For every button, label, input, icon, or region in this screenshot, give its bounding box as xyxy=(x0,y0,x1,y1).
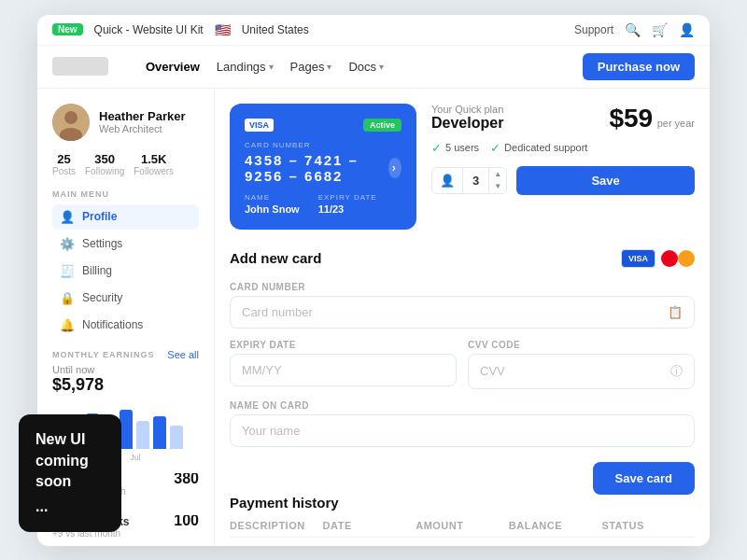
card-next-arrow[interactable]: › xyxy=(388,158,402,178)
expiry-group: EXPIRY DATE MM/YY xyxy=(230,340,457,389)
plan-section: Your Quick plan Developer $59 per year ✓… xyxy=(431,104,695,230)
bar-label-jul: Jul xyxy=(125,453,146,462)
bar-6 xyxy=(136,421,149,449)
new-badge: New xyxy=(52,23,83,35)
sidebar-item-security[interactable]: 🔒 Security xyxy=(52,286,199,311)
purchase-button[interactable]: Purchase now xyxy=(583,53,695,80)
browser-frame: New Quick - Website UI Kit 🇺🇸 United Sta… xyxy=(37,15,710,546)
plan-period: per year xyxy=(657,118,695,129)
chevron-down-icon: ▾ xyxy=(379,62,384,72)
cvv-group: CVV CODE CVV ⓘ xyxy=(468,340,695,389)
site-name: Quick - Website UI Kit xyxy=(94,23,204,36)
card-number-input[interactable]: Card number 📋 xyxy=(230,296,695,329)
user-role: Web Architect xyxy=(99,123,186,134)
check-icon: ✓ xyxy=(431,141,442,155)
active-badge: Active xyxy=(363,119,402,132)
user-stats: 25 Posts 350 Following 1.5K Followers xyxy=(52,152,199,176)
nav-links: Overview Landings ▾ Pages ▾ Docs ▾ xyxy=(146,60,384,74)
bar-5 xyxy=(120,410,133,449)
topbar: New Quick - Website UI Kit 🇺🇸 United Sta… xyxy=(37,15,710,46)
toast-line2: coming xyxy=(35,451,105,471)
sidebar-item-settings[interactable]: ⚙️ Settings xyxy=(52,231,199,257)
add-card-section: Add new card VISA CARD NUMBER Card numbe… xyxy=(230,248,695,447)
col-amount: Amount xyxy=(416,520,509,531)
col-description: Description xyxy=(230,520,323,531)
feature-support: ✓ Dedicated support xyxy=(490,141,587,155)
search-icon[interactable]: 🔍 xyxy=(625,22,641,37)
payment-history-section: Payment history Description Date Amount … xyxy=(230,495,695,538)
svg-point-1 xyxy=(64,111,78,124)
check-icon: ✓ xyxy=(490,141,500,155)
visa-icon: VISA xyxy=(621,249,655,268)
section-header: Add new card VISA xyxy=(230,248,695,269)
bar-8 xyxy=(170,426,183,449)
new-ui-toast: New UI coming soon ... xyxy=(19,414,121,532)
topbar-right: Support 🔍 🛒 👤 xyxy=(574,22,695,37)
add-card-title: Add new card xyxy=(230,250,321,266)
expiry-input[interactable]: MM/YY xyxy=(230,354,457,386)
visa-badge: VISA xyxy=(245,119,274,132)
cvv-input[interactable]: CVV ⓘ xyxy=(468,354,695,389)
sidebar-item-billing[interactable]: 🧾 Billing xyxy=(52,259,199,284)
seats-up-button[interactable]: ▲ xyxy=(489,168,506,180)
table-header: Description Date Amount Balance Status xyxy=(230,520,695,538)
person-icon: 👤 xyxy=(432,168,463,193)
name-input[interactable]: Your name xyxy=(230,414,695,447)
plan-actions: 👤 3 ▲ ▼ Save xyxy=(431,166,695,195)
bar-7 xyxy=(153,416,166,449)
stat-followers: 1.5K Followers xyxy=(134,152,174,176)
menu-title: MAIN MENU xyxy=(52,189,199,199)
flag-icon: 🇺🇸 xyxy=(215,22,231,37)
plan-price: $59 per year xyxy=(609,104,695,133)
stat-following: 350 Following xyxy=(85,152,124,176)
sidebar-item-notifications[interactable]: 🔔 Notifications xyxy=(52,313,199,338)
nav-pages[interactable]: Pages ▾ xyxy=(290,60,332,74)
support-link[interactable]: Support xyxy=(574,23,613,36)
toast-line1: New UI xyxy=(35,429,105,450)
mastercard-icon xyxy=(661,248,695,269)
card-number-group: CARD NUMBER Card number 📋 xyxy=(230,282,695,329)
user-info: Heather Parker Web Architect xyxy=(52,104,199,141)
toast-line3: soon xyxy=(35,471,105,492)
card-number-label: CARD NUMBER xyxy=(230,282,695,292)
nav-docs[interactable]: Docs ▾ xyxy=(348,60,384,74)
stat-posts: 25 Posts xyxy=(52,152,76,176)
cart-icon[interactable]: 🛒 xyxy=(652,22,668,37)
name-group: NAME ON CARD Your name xyxy=(230,400,695,447)
col-balance: Balance xyxy=(509,520,602,531)
sidebar-item-profile[interactable]: 👤 Profile xyxy=(52,204,199,230)
col-date: Date xyxy=(323,520,416,531)
notifications-icon: 🔔 xyxy=(60,318,75,332)
nav-landings[interactable]: Landings ▾ xyxy=(217,60,274,74)
col-status: Status xyxy=(601,520,695,531)
save-plan-button[interactable]: Save xyxy=(516,166,695,195)
earnings-title: MONTHLY EARNINGS xyxy=(52,350,155,359)
logo xyxy=(52,57,108,76)
earnings-amount: $5,978 xyxy=(52,375,199,395)
earnings-period: Until now xyxy=(52,364,199,375)
name-label: NAME ON CARD xyxy=(230,400,695,411)
user-name: Heather Parker xyxy=(99,109,186,123)
calendar-icon: 📋 xyxy=(668,305,683,319)
seats-number: 3 xyxy=(463,168,488,193)
user-icon[interactable]: 👤 xyxy=(679,22,695,37)
security-icon: 🔒 xyxy=(60,291,75,305)
credit-card: VISA Active CARD NUMBER 4358 – 7421 – 92… xyxy=(230,104,416,230)
plan-features: ✓ 5 users ✓ Dedicated support xyxy=(431,141,695,155)
save-card-button[interactable]: Save card xyxy=(593,462,695,495)
see-all-link[interactable]: See all xyxy=(167,349,199,360)
card-num-label: CARD NUMBER xyxy=(245,141,402,149)
card-bottom: NAME John Snow EXPIRY DATE 11/23 xyxy=(245,193,402,215)
right-content: VISA Active CARD NUMBER 4358 – 7421 – 92… xyxy=(215,89,710,546)
plan-label: Your Quick plan xyxy=(431,104,503,115)
cvv-label: CVV CODE xyxy=(468,340,695,350)
payment-history-title: Payment history xyxy=(230,495,695,511)
nav-overview[interactable]: Overview xyxy=(146,60,200,74)
seats-down-button[interactable]: ▼ xyxy=(489,180,506,192)
seats-arrows: ▲ ▼ xyxy=(488,168,506,192)
expiry-label: EXPIRY DATE xyxy=(230,340,457,350)
seats-control: 👤 3 ▲ ▼ xyxy=(431,167,507,194)
card-expiry-field: EXPIRY DATE 11/23 xyxy=(318,193,377,215)
navbar: Overview Landings ▾ Pages ▾ Docs ▾ Purch… xyxy=(37,46,710,89)
chevron-down-icon: ▾ xyxy=(327,62,331,72)
